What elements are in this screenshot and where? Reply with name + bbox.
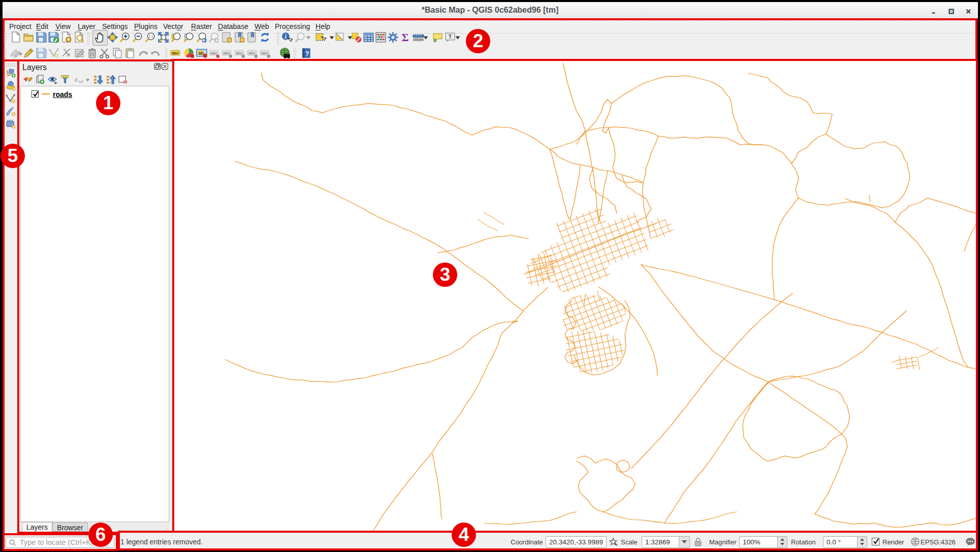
svg-text:Σ: Σ (402, 31, 409, 43)
svg-text:abc: abc (210, 51, 217, 55)
svg-text:abc: abc (248, 51, 256, 55)
svg-text:abc: abc (172, 51, 179, 55)
svg-text:?: ? (305, 50, 309, 57)
svg-text:1:1: 1:1 (148, 35, 153, 38)
svg-text:ε: ε (75, 75, 78, 83)
svg-text:abc: abc (223, 51, 230, 55)
svg-text:T: T (448, 34, 452, 40)
svg-text:abc: abc (236, 51, 243, 55)
svg-text:abc: abc (261, 51, 268, 55)
svg-text:ab: ab (199, 51, 203, 55)
